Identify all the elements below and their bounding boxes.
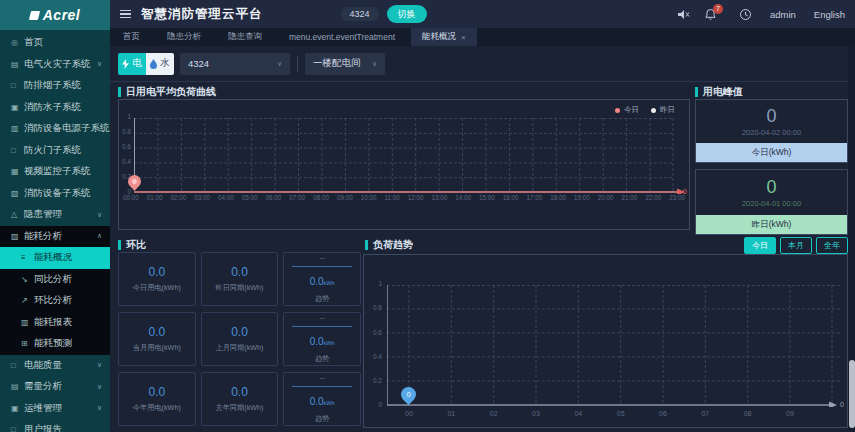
tab[interactable]: 隐患查询 xyxy=(217,28,278,46)
load-curve-title: 日用电平均负荷曲线 xyxy=(118,85,216,99)
sidebar-item-label: 同比分析 xyxy=(34,273,72,286)
sidebar-item-label: 能耗报表 xyxy=(34,316,72,329)
trend-label: 趋势 xyxy=(315,294,329,304)
sidebar-item[interactable]: ▣ 消防水子系统 xyxy=(0,97,110,119)
y-tick-label: 1 xyxy=(364,281,382,288)
sidebar-item-icon: ◎ xyxy=(11,38,24,47)
sidebar-item[interactable]: ▥ 消防设备电源子系统 xyxy=(0,118,110,140)
chevron-icon: ∨ xyxy=(97,60,102,68)
legend-dot xyxy=(651,108,656,113)
x-tick-label: 12:00 xyxy=(408,195,424,201)
language-switch[interactable]: English xyxy=(814,9,845,20)
sidebar-item[interactable]: ▥ 能耗报表 xyxy=(0,312,110,334)
stat-value: 0.0 xyxy=(148,326,165,338)
peak-card-label: 昨日(kWh) xyxy=(696,215,847,234)
axis-arrow xyxy=(829,402,837,408)
divider xyxy=(292,386,353,387)
room-select-value: 一楼配电间 xyxy=(313,57,364,70)
sidebar-item-label: 环比分析 xyxy=(34,294,72,307)
range-button[interactable]: 全年 xyxy=(816,237,848,254)
clock-icon[interactable] xyxy=(739,8,752,21)
chevron-down-icon: ∨ xyxy=(372,60,377,68)
collapse-menu-icon[interactable] xyxy=(120,10,131,19)
scrollbar-track[interactable] xyxy=(848,46,855,432)
station-select[interactable]: 4324 ∨ xyxy=(180,53,290,75)
y-tick-label: 0.8 xyxy=(119,129,131,136)
x-tick-label: 08 xyxy=(733,410,763,417)
tab[interactable]: 首页 xyxy=(112,28,156,46)
sidebar-item[interactable]: ▨ 能耗分析 ∧ xyxy=(0,226,110,248)
tab-label: menu.event.eventTreatment xyxy=(289,32,395,42)
chevron-icon: ∧ xyxy=(97,232,102,240)
top-bar: 智慧消防管理云平台 4324 切换 7 admin English xyxy=(110,0,855,28)
load-trend-title: 负荷趋势 xyxy=(365,238,413,252)
stat-card: 0.0 去年同期(kWh) 0.0 去年同期(kWh) xyxy=(201,372,279,426)
sidebar-item[interactable]: ↘ 同比分析 xyxy=(0,269,110,291)
sidebar-item[interactable]: ◎ 首页 xyxy=(0,32,110,54)
stat-card: 0.0 昨日同期(kWh) 0.0 昨日同期(kWh) xyxy=(201,252,279,306)
x-tick-label: 19:00 xyxy=(574,195,590,201)
app-window: Acrel ◎ 首页 ▤ 电气火灾子系统 ∨ □ 防排烟子系统 xyxy=(0,0,855,432)
divider xyxy=(297,56,298,72)
y-axis-labels: 10.80.60.40.20 xyxy=(364,281,382,409)
x-tick-label: 22:00 xyxy=(645,195,661,201)
sidebar-item[interactable]: □ 防排烟子系统 xyxy=(0,75,110,97)
x-tick-label: 02 xyxy=(479,410,509,417)
y-tick-label: 1 xyxy=(119,114,131,121)
chevron-icon: ∨ xyxy=(97,211,102,219)
y-tick-label: 0.4 xyxy=(119,159,131,166)
sidebar-item-icon: ▤ xyxy=(11,382,24,391)
sidebar-item[interactable]: ▣ 运维管理 ∨ xyxy=(0,398,110,420)
peak-card-today: 0 2020-04-02 00:00 今日(kWh) xyxy=(695,99,848,163)
sidebar-item-label: 需量分析 xyxy=(24,380,62,393)
sidebar-item[interactable]: ▦ 视频监控子系统 xyxy=(0,161,110,183)
sidebar-item[interactable]: ▧ 消防设备子系统 xyxy=(0,183,110,205)
sidebar-item-icon: ▧ xyxy=(11,189,24,198)
user-menu[interactable]: admin xyxy=(770,9,796,20)
range-button[interactable]: 本月 xyxy=(780,237,812,254)
tab[interactable]: 能耗概况 × xyxy=(411,28,477,46)
sidebar-item[interactable]: □ 用户报告 xyxy=(0,419,110,432)
tab[interactable]: menu.event.eventTreatment xyxy=(278,28,411,46)
trend-percent: -- xyxy=(319,254,324,262)
mute-speaker-icon[interactable] xyxy=(677,8,690,21)
sidebar-item[interactable]: ▤ 电气火灾子系统 ∨ xyxy=(0,54,110,76)
electric-toggle-button[interactable]: 电 xyxy=(118,53,146,75)
room-select[interactable]: 一楼配电间 ∨ xyxy=(305,53,385,75)
y-tick-label: 0.2 xyxy=(364,378,382,385)
sidebar-item-icon: □ xyxy=(11,361,24,370)
trend-value-row: 0.0kWh xyxy=(310,331,335,349)
legend-dot xyxy=(615,108,620,113)
notifications[interactable]: 7 xyxy=(704,8,717,21)
sidebar-item-label: 用户报告 xyxy=(24,423,62,432)
trend-range-buttons: 今日 本月 全年 xyxy=(744,237,848,254)
sidebar-item[interactable]: ▤ 需量分析 ∨ xyxy=(0,376,110,398)
x-axis-labels: 00010203040506070809 xyxy=(394,410,805,417)
tab-close-icon[interactable]: × xyxy=(461,33,466,42)
sidebar-item[interactable]: △ 隐患管理 ∨ xyxy=(0,204,110,226)
legend-item[interactable]: 昨日 xyxy=(651,105,675,115)
chevron-icon: ∨ xyxy=(97,361,102,369)
tab[interactable]: 隐患分析 xyxy=(156,28,217,46)
range-button[interactable]: 今日 xyxy=(744,237,776,254)
sidebar-item[interactable]: □ 电能质量 ∨ xyxy=(0,355,110,377)
notification-count-badge: 7 xyxy=(713,4,723,14)
water-toggle-button[interactable]: 水 xyxy=(146,53,174,75)
sidebar-item[interactable]: ⊞ 能耗预测 xyxy=(0,333,110,355)
x-tick-label: 05 xyxy=(606,410,636,417)
tab-label: 隐患分析 xyxy=(167,31,201,43)
switch-button[interactable]: 切换 xyxy=(387,5,427,23)
sidebar-item-icon: □ xyxy=(11,81,24,90)
sidebar-item[interactable]: ↗ 环比分析 xyxy=(0,290,110,312)
sidebar-item[interactable]: ≡ 能耗概况 xyxy=(0,247,110,269)
brand-name: Acrel xyxy=(43,7,81,23)
peak-card-body: 0 2020-04-02 00:00 xyxy=(696,100,847,143)
x-tick-label: 06:00 xyxy=(266,195,282,201)
legend-label: 今日 xyxy=(624,105,639,115)
trend-label: 趋势 xyxy=(315,414,329,424)
acrel-logo-icon xyxy=(29,11,40,20)
scrollbar-thumb[interactable] xyxy=(849,360,855,428)
legend-item[interactable]: 今日 xyxy=(615,105,639,115)
trend-value-row: 0.0kWh xyxy=(310,271,335,289)
sidebar-item[interactable]: □ 防火门子系统 xyxy=(0,140,110,162)
